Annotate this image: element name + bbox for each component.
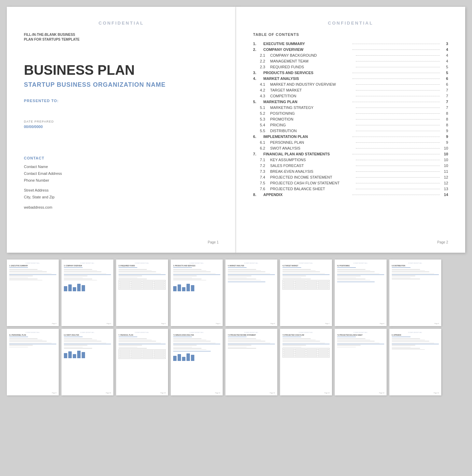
- thumbnail-page: CONFIDENTIAL7.5 PROJECTED CASH FLOWPage …: [280, 329, 332, 395]
- thumbnail-page: CONFIDENTIAL7.3 BREAK-EVEN ANALYSISPage …: [171, 329, 223, 395]
- business-plan-title: BUSINESS PLAN: [24, 62, 219, 78]
- template-label: FILL-IN-THE-BLANK BUSINESS PLAN FOR STAR…: [24, 32, 219, 42]
- page-2: CONFIDENTIAL TABLE OF CONTENTS 1.EXECUTI…: [236, 7, 465, 253]
- toc-row: 4.2TARGET MARKET7: [253, 88, 448, 92]
- toc-row: 2.COMPANY OVERVIEW4: [253, 47, 448, 52]
- toc-row: 1.EXECUTIVE SUMMARY3: [253, 42, 448, 46]
- toc-row: 6.IMPLEMENTATION PLAN9: [253, 135, 448, 139]
- toc-row: 8.APPENDIX14: [253, 193, 448, 197]
- toc-row: 4.1MARKET AND INDUSTRY OVERVIEW6: [253, 82, 448, 86]
- confidential-label-p1: CONFIDENTIAL: [24, 20, 219, 26]
- thumbnail-page: CONFIDENTIAL5.2 POSITIONINGPage 8: [335, 260, 387, 326]
- page-1: CONFIDENTIAL FILL-IN-THE-BLANK BUSINESS …: [7, 7, 236, 253]
- contact-section: CONTACT Contact Name Contact Email Addre…: [24, 156, 219, 211]
- thumbnail-page: CONFIDENTIAL3. COMPANY OVERVIEWPage 4: [61, 260, 113, 326]
- thumbnail-page: CONFIDENTIAL1. EXECUTIVE SUMMARYPage 3: [7, 260, 59, 326]
- toc-row: 7.1KEY ASSUMPTIONS10: [253, 158, 448, 162]
- contact-title: CONTACT: [24, 156, 219, 160]
- toc-row: 3.PRODUCTS AND SERVICES5: [253, 71, 448, 75]
- contact-city: City, State and Zip: [24, 194, 219, 201]
- date-value: 00/00/0000: [24, 125, 219, 129]
- toc-row: 6.1PERSONNEL PLAN9: [253, 140, 448, 144]
- toc-row: 6.2SWOT ANALYSIS10: [253, 146, 448, 150]
- toc-row: 4.3COMPETITION7: [253, 94, 448, 98]
- thumbnail-page: CONFIDENTIAL8. APPENDIXPage 14: [389, 329, 441, 395]
- date-section: DATE PREPARED 00/00/0000: [24, 120, 219, 129]
- toc-row: 2.3REQUIRED FUNDS5: [253, 65, 448, 69]
- contact-phone: Phone Number: [24, 177, 219, 184]
- confidential-label-p2: CONFIDENTIAL: [253, 20, 448, 26]
- thumbnail-page: CONFIDENTIAL7.6 PROJECTED BALANCE SHEETP…: [335, 329, 387, 395]
- toc-label: TABLE OF CONTENTS: [253, 32, 448, 37]
- org-name: STARTUP BUSINESS ORGANIZATION NAME: [24, 81, 219, 88]
- toc-row: 2.1COMPANY BACKGROUND4: [253, 53, 448, 57]
- toc-row: 7.4PROJECTED INCOME STATEMENT12: [253, 175, 448, 179]
- thumbnail-page: CONFIDENTIAL6.1 PERSONNEL PLANPage 9: [7, 329, 59, 395]
- toc-row: 5.2POSITIONING8: [253, 111, 448, 115]
- toc-row: 7.6PROJECTED BALANCE SHEET13: [253, 187, 448, 191]
- toc-row: 2.2MANAGEMENT TEAM4: [253, 59, 448, 63]
- thumbnail-page: CONFIDENTIAL3. PRODUCTS AND SERVICESPage…: [171, 260, 223, 326]
- toc-row: 5.MARKETING PLAN7: [253, 100, 448, 104]
- thumbnail-page: CONFIDENTIAL7.4 PROJECTED INCOME STATEME…: [225, 329, 277, 395]
- presented-to: PRESENTED TO:: [24, 99, 219, 103]
- thumbnails-row-1: CONFIDENTIAL1. EXECUTIVE SUMMARYPage 3CO…: [7, 260, 465, 326]
- thumbnail-page: CONFIDENTIAL4. MARKET ANALYSISPage 6: [225, 260, 277, 326]
- contact-name: Contact Name: [24, 164, 219, 170]
- toc-row: 5.5DISTRIBUTION9: [253, 129, 448, 133]
- toc-row: 7.3BREAK-EVEN ANALYSIS11: [253, 169, 448, 173]
- contact-info: Contact Name Contact Email Address Phone…: [24, 164, 219, 211]
- toc-row: 5.4PRICING8: [253, 123, 448, 127]
- contact-address: Street Address: [24, 187, 219, 194]
- toc-table: 1.EXECUTIVE SUMMARY32.COMPANY OVERVIEW42…: [253, 42, 448, 197]
- contact-web: webaddress.com: [24, 204, 219, 211]
- page-number-2: Page 2: [437, 240, 448, 244]
- thumbnail-page: CONFIDENTIAL7. FINANCIAL PLANPage 10: [116, 329, 168, 395]
- toc-row: 5.3PROMOTION8: [253, 117, 448, 121]
- thumbnail-page: CONFIDENTIAL4.2 TARGET MARKETPage 7: [280, 260, 332, 326]
- toc-row: 7.5PROJECTED CASH FLOW STATEMENT12: [253, 181, 448, 185]
- toc-row: 5.1MARKETING STRATEGY7: [253, 106, 448, 110]
- date-label: DATE PREPARED: [24, 120, 219, 123]
- thumbnail-page: CONFIDENTIAL2.3 REQUIRED FUNDSPage 5: [116, 260, 168, 326]
- main-pages-container: CONFIDENTIAL FILL-IN-THE-BLANK BUSINESS …: [7, 7, 465, 253]
- page-number-1: Page 1: [208, 240, 219, 244]
- toc-row: 7.FINANCIAL PLAN AND STATEMENTS10: [253, 152, 448, 156]
- contact-email: Contact Email Address: [24, 170, 219, 177]
- thumbnail-page: CONFIDENTIAL6.2 SWOT ANALYSISPage 10: [61, 329, 113, 395]
- toc-row: 4.MARKET ANALYSIS6: [253, 76, 448, 81]
- thumbnails-row-2: CONFIDENTIAL6.1 PERSONNEL PLANPage 9CONF…: [7, 329, 465, 395]
- thumbnail-page: CONFIDENTIAL5.5 DISTRIBUTIONPage 9: [389, 260, 441, 326]
- toc-row: 7.2SALES FORECAST10: [253, 164, 448, 168]
